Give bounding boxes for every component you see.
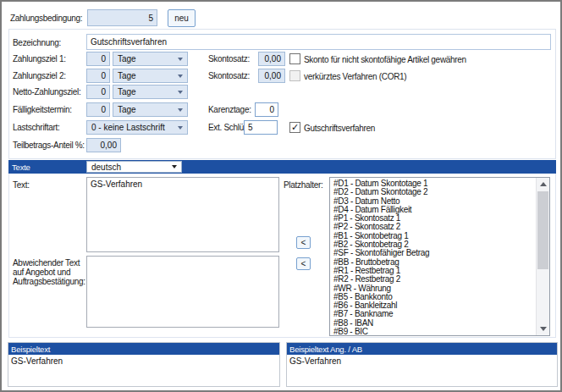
beispieltext-ang-ab-header: Beispieltext Ang. / AB [287, 343, 557, 355]
faelligkeit-unit-dropdown[interactable]: Tage [113, 102, 188, 117]
zahlungsziel1-label: Zahlungsziel 1: [13, 54, 66, 63]
skontosatz1-field[interactable]: 0,00 [258, 52, 285, 66]
netto-unit-value: Tage [118, 87, 136, 97]
zahlungsziel2-days-field[interactable]: 0 [86, 69, 110, 83]
platzhalter-listbox[interactable]: #D1 - Datum Skontotage 1#D2 - Datum Skon… [329, 177, 550, 336]
scroll-up-icon[interactable] [537, 178, 549, 190]
zahlungsbedingung-window: Zahlungsbedingung: 5 neu Bezeichnung: Gu… [0, 0, 562, 392]
zahlungsziel2-unit-value: Tage [118, 71, 136, 80]
text-textarea[interactable]: GS-Verfahren [86, 177, 279, 252]
gutschriftsverfahren-checkbox-label: Gutschriftsverfahren [304, 124, 375, 133]
scrollbar[interactable] [536, 178, 549, 335]
zahlungsziel1-unit-value: Tage [118, 54, 136, 63]
chevron-down-icon [178, 108, 183, 112]
chevron-down-icon [178, 126, 183, 130]
faelligkeitstermin-label: Fälligkeitstermin: [13, 105, 72, 114]
language-dropdown[interactable]: deutsch [86, 161, 182, 173]
chevron-down-icon [178, 91, 183, 94]
zahlungsziel1-unit-dropdown[interactable]: Tage [113, 52, 188, 66]
skontosatz1-label: Skontosatz: [208, 54, 250, 63]
skonto-artikel-checkbox-label: Skonto für nicht skontofähige Artikel ge… [304, 55, 466, 64]
bezeichnung-input[interactable]: Gutschriftsverfahren [86, 34, 551, 50]
bezeichnung-label: Bezeichnung: [13, 38, 61, 47]
karenztage-field[interactable]: 0 [255, 102, 278, 117]
teilbetrag-label: Teilbetrags-Anteil %: [13, 141, 85, 150]
lastschriftart-dropdown[interactable]: 0 - keine Lastschrift [86, 120, 188, 135]
chevron-down-icon [178, 75, 183, 78]
zahlungsziel2-unit-dropdown[interactable]: Tage [113, 69, 188, 83]
beispieltext-header: Beispieltext [8, 343, 279, 355]
skontosatz2-label: Skontosatz: [208, 71, 250, 80]
zahlungsbedingung-number-field[interactable]: 5 [87, 9, 157, 26]
zahlungsbedingung-label: Zahlungsbedingung: [10, 14, 82, 23]
zahlungsziel1-days-field[interactable]: 0 [86, 52, 110, 66]
karenztage-label: Karenztage: [208, 105, 251, 114]
cor1-checkbox-label: verkürztes Verfahren (COR1) [304, 72, 406, 81]
beispieltext-value: GS-Verfahren [11, 356, 63, 366]
text-label: Text: [13, 180, 30, 190]
scrollbar-thumb[interactable] [537, 191, 548, 269]
chevron-down-icon [178, 58, 183, 61]
netto-zahlungsziel-label: Netto-Zahlungsziel: [13, 87, 80, 97]
abweichender-text-textarea[interactable] [86, 256, 279, 328]
lastschriftart-label: Lastschriftart: [13, 123, 60, 132]
gutschriftsverfahren-checkbox[interactable] [289, 122, 300, 133]
faelligkeit-days-field[interactable]: 0 [86, 102, 110, 117]
netto-unit-dropdown[interactable]: Tage [113, 85, 188, 99]
skontosatz2-field[interactable]: 0,00 [258, 69, 285, 83]
netto-days-field[interactable]: 0 [86, 85, 110, 99]
chevron-down-icon [172, 165, 177, 168]
platzhalter-label: Platzhalter: [284, 180, 322, 190]
move-left-button-2[interactable]: < [296, 257, 311, 270]
abweichender-text-label: Abweichender Text auf Angebot und Auftra… [13, 258, 91, 286]
language-value: deutsch [91, 163, 121, 172]
faelligkeit-unit-value: Tage [118, 105, 136, 114]
beispieltext-ang-ab-value: GS-Verfahren [289, 356, 341, 366]
move-left-button-1[interactable]: < [296, 236, 311, 249]
neu-button[interactable]: neu [168, 9, 196, 27]
beispieltext-ang-ab-panel: Beispieltext Ang. / AB GS-Verfahren [286, 342, 558, 387]
teilbetrag-field[interactable]: 0,00 [86, 138, 121, 152]
zahlungsziel2-label: Zahlungsziel 2: [13, 71, 66, 80]
cor1-checkbox [289, 70, 300, 81]
beispieltext-panel: Beispieltext GS-Verfahren [8, 342, 280, 387]
scroll-down-icon[interactable] [537, 323, 549, 335]
platzhalter-items: #D1 - Datum Skontotage 1#D2 - Datum Skon… [331, 179, 535, 334]
lastschriftart-value: 0 - keine Lastschrift [91, 123, 165, 132]
skonto-artikel-checkbox[interactable] [289, 53, 300, 64]
ext-schluessel-field[interactable]: 5 [244, 120, 278, 135]
placeholder-item[interactable]: #B9 - BIC [333, 328, 535, 334]
texte-header-label: Texte [12, 163, 30, 172]
